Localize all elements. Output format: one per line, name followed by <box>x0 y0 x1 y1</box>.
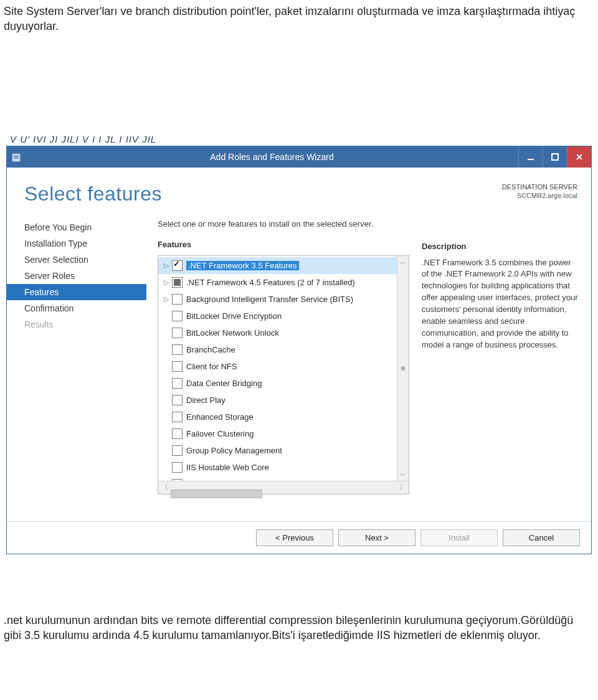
window-controls <box>518 146 591 168</box>
feature-row[interactable]: ▷Background Intelligent Transfer Service… <box>158 291 397 308</box>
nav-item-confirmation[interactable]: Confirmation <box>7 300 146 316</box>
wizard-icon <box>7 151 26 163</box>
wizard-window: Add Roles and Features Wizard Select fea… <box>6 146 592 554</box>
feature-row[interactable]: ▷.NET Framework 4.5 Features (2 of 7 ins… <box>158 274 397 291</box>
feature-label: IIS Hostable Web Core <box>186 463 269 472</box>
spacer <box>0 34 598 134</box>
scroll-grip-icon[interactable]: ≡ <box>401 364 406 373</box>
description-column-label: Description <box>422 242 579 251</box>
scroll-thumb[interactable] <box>171 490 262 498</box>
feature-label: Background Intelligent Transfer Service … <box>186 295 353 304</box>
page-heading: Select features <box>24 182 162 206</box>
feature-label: .NET Framework 4.5 Features (2 of 7 inst… <box>186 278 355 287</box>
feature-checkbox[interactable] <box>172 328 183 338</box>
feature-row[interactable]: BitLocker Drive Encryption <box>158 308 397 324</box>
close-button[interactable] <box>567 146 591 168</box>
feature-label: Failover Clustering <box>186 429 254 438</box>
feature-label: Client for NFS <box>186 362 237 371</box>
description-text: .NET Framework 3.5 combines the power of… <box>422 257 579 351</box>
feature-label: BitLocker Drive Encryption <box>186 311 282 321</box>
feature-label: Data Center Bridging <box>186 379 262 388</box>
feature-row[interactable]: Direct Play <box>158 392 397 409</box>
svg-rect-4 <box>552 154 558 160</box>
feature-checkbox[interactable] <box>172 428 183 439</box>
scroll-down-icon[interactable]: ﹀ <box>400 471 407 480</box>
nav-item-installation-type[interactable]: Installation Type <box>7 235 146 252</box>
features-column-label: Features <box>158 240 409 249</box>
cancel-button[interactable]: Cancel <box>503 529 580 546</box>
horizontal-scrollbar[interactable]: 〈 〉 <box>158 481 409 494</box>
vertical-scrollbar[interactable]: ︿ ≡ ﹀ <box>397 256 409 481</box>
document-paragraph-2: .net kurulumunun ardından bits ve remote… <box>0 557 598 656</box>
svg-rect-1 <box>14 156 19 157</box>
scroll-up-icon[interactable]: ︿ <box>400 257 407 267</box>
svg-rect-2 <box>14 158 19 159</box>
feature-checkbox[interactable] <box>172 462 183 473</box>
feature-label: .NET Framework 3.5 Features <box>186 261 299 270</box>
nav-item-server-selection[interactable]: Server Selection <box>7 252 146 268</box>
expander-icon[interactable]: ▷ <box>162 295 171 303</box>
destination-server-block: DESTINATION SERVER SCCMR2.arge.local <box>502 182 577 201</box>
feature-row[interactable]: BitLocker Network Unlock <box>158 324 397 341</box>
feature-label: Enhanced Storage <box>186 412 254 422</box>
expander-icon[interactable]: ▷ <box>162 278 171 286</box>
garbled-text-top: V U' IVI JI JILI V I I JL I IIV JIL <box>0 134 598 144</box>
feature-checkbox[interactable] <box>172 445 183 456</box>
feature-checkbox[interactable] <box>172 311 183 321</box>
destination-server-value: SCCMR2.arge.local <box>502 191 577 201</box>
titlebar[interactable]: Add Roles and Features Wizard <box>7 146 591 168</box>
destination-server-label: DESTINATION SERVER <box>502 182 577 192</box>
feature-row[interactable]: Data Center Bridging <box>158 375 397 392</box>
feature-label: Group Policy Management <box>186 446 282 455</box>
feature-row[interactable]: Group Policy Management <box>158 442 397 459</box>
nav-item-before-you-begin[interactable]: Before You Begin <box>7 219 146 235</box>
maximize-button[interactable] <box>543 146 567 168</box>
next-button[interactable]: Next > <box>338 529 415 546</box>
feature-checkbox[interactable] <box>172 361 183 372</box>
feature-row[interactable]: Failover Clustering <box>158 425 397 442</box>
minimize-button[interactable] <box>518 146 543 168</box>
features-listbox[interactable]: ▷.NET Framework 3.5 Features▷.NET Framew… <box>158 255 409 494</box>
feature-checkbox[interactable] <box>172 395 183 405</box>
feature-checkbox[interactable] <box>172 412 183 422</box>
feature-checkbox[interactable] <box>172 294 183 305</box>
nav-sidebar: Before You BeginInstallation TypeServer … <box>7 210 146 521</box>
feature-row[interactable]: IIS Hostable Web Core <box>158 459 397 476</box>
feature-row[interactable]: ▷.NET Framework 3.5 Features <box>158 257 397 274</box>
nav-item-results: Results <box>7 316 146 333</box>
expander-icon[interactable]: ▷ <box>162 262 171 270</box>
nav-item-features[interactable]: Features <box>7 284 146 300</box>
feature-row[interactable]: Client for NFS <box>158 358 397 375</box>
svg-rect-3 <box>528 159 534 160</box>
button-bar: < Previous Next > Install Cancel <box>7 521 591 554</box>
feature-label: BranchCache <box>186 345 235 354</box>
nav-item-server-roles[interactable]: Server Roles <box>7 268 146 284</box>
feature-checkbox[interactable] <box>172 260 183 271</box>
document-paragraph-1: Site System Server'ları ve branch distri… <box>0 0 598 34</box>
feature-label: Direct Play <box>186 395 225 405</box>
window-title: Add Roles and Features Wizard <box>26 152 518 162</box>
feature-row[interactable]: Enhanced Storage <box>158 409 397 425</box>
install-button[interactable]: Install <box>420 529 498 546</box>
feature-checkbox[interactable] <box>172 277 183 288</box>
instruction-text: Select one or more features to install o… <box>158 219 409 229</box>
feature-checkbox[interactable] <box>172 344 183 355</box>
scroll-right-icon[interactable]: 〉 <box>396 483 409 492</box>
scroll-left-icon[interactable]: 〈 <box>158 483 171 492</box>
feature-checkbox[interactable] <box>172 378 183 389</box>
feature-label: BitLocker Network Unlock <box>186 328 279 338</box>
feature-row[interactable]: BranchCache <box>158 341 397 358</box>
previous-button[interactable]: < Previous <box>256 529 333 546</box>
